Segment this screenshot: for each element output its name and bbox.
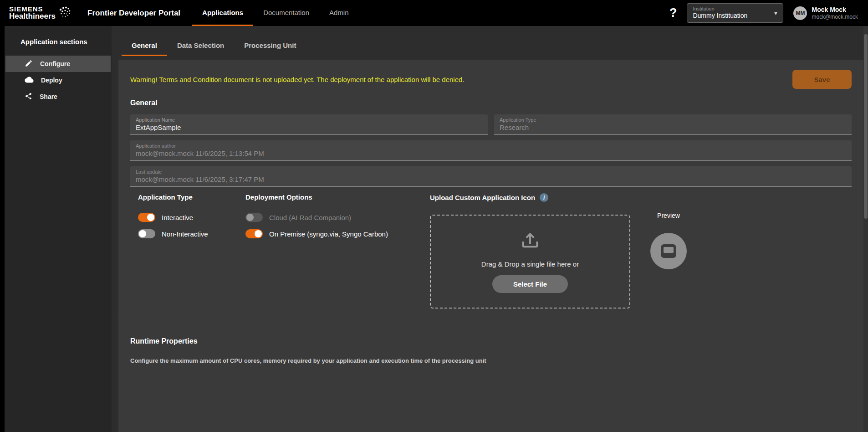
file-dropzone[interactable]: Drag & Drop a single file here or Select… [430, 215, 630, 309]
select-file-button[interactable]: Select File [492, 275, 568, 293]
default-app-icon [659, 243, 678, 259]
cloud-icon [25, 76, 34, 85]
last-update-label: Last update [136, 169, 846, 175]
preview-label: Preview [657, 212, 680, 219]
interactive-toggle-label: Interactive [162, 214, 193, 221]
application-type-field: Application Type Research [494, 114, 852, 135]
interactive-toggle[interactable] [138, 213, 155, 222]
sidebar-item-label: Share [40, 93, 57, 100]
application-name-field[interactable]: Application Name ExtAppSample [130, 114, 488, 135]
tab-bar: General Data Selection Processing Unit [118, 37, 863, 56]
deployment-options-heading: Deployment Options [245, 193, 430, 201]
sidebar-title: Application sections [20, 38, 112, 46]
tab-processing-unit[interactable]: Processing Unit [234, 37, 306, 56]
cloud-toggle [245, 213, 263, 222]
brand-siemens: SIEMENS [9, 5, 56, 13]
application-type-label: Application Type [500, 117, 846, 123]
portal-title: Frontier Developer Portal [87, 9, 180, 18]
main-nav: Applications Documentation Admin [192, 0, 358, 26]
nav-documentation[interactable]: Documentation [253, 0, 319, 26]
help-icon[interactable]: ? [669, 6, 677, 20]
nav-admin[interactable]: Admin [319, 0, 359, 26]
scrollbar-thumb[interactable] [864, 34, 868, 219]
sidebar: Application sections Configure Deploy Sh… [5, 26, 112, 432]
chevron-down-icon: ▼ [773, 10, 779, 16]
institution-label: Institution [693, 6, 769, 11]
user-block[interactable]: MM Mock Mock mock@mock.mock [793, 6, 858, 20]
top-header: SIEMENS Healthineers Frontier Developer … [0, 0, 868, 26]
healthineers-orb-icon [58, 5, 71, 21]
application-type-group-heading: Application Type [138, 193, 245, 201]
deployment-options-group: Deployment Options Cloud (AI Rad Compani… [245, 193, 430, 309]
vertical-scrollbar[interactable] [863, 26, 868, 432]
icon-preview [650, 233, 687, 269]
upload-heading: Upload Custom Application Icon [430, 194, 535, 201]
on-premise-toggle-label: On Premise (syngo.via, Syngo Carbon) [269, 230, 388, 238]
sidebar-item-share[interactable]: Share [5, 88, 111, 105]
tab-data-selection[interactable]: Data Selection [167, 37, 234, 56]
institution-dropdown[interactable]: Institution Dummy Instituation ▼ [687, 3, 783, 23]
on-premise-toggle[interactable] [245, 229, 263, 238]
last-update-field: Last update mock@mock.mock 11/6/2025, 3:… [130, 166, 852, 187]
cloud-toggle-label: Cloud (AI Rad Companion) [269, 214, 351, 221]
nav-applications[interactable]: Applications [192, 0, 253, 26]
section-divider [118, 317, 863, 317]
application-type-value: Research [500, 123, 846, 131]
runtime-properties-heading: Runtime Properties [130, 337, 852, 345]
save-button[interactable]: Save [792, 70, 852, 89]
last-update-value: mock@mock.mock 11/6/2025, 3:17:47 PM [136, 175, 846, 183]
sidebar-item-label: Deploy [41, 77, 62, 84]
application-author-field: Application author mock@mock.mock 11/6/2… [130, 140, 852, 161]
pencil-icon [25, 59, 33, 69]
general-panel: Warning! Terms and Condition document is… [118, 60, 863, 432]
siemens-healthineers-logo: SIEMENS Healthineers [0, 0, 77, 26]
avatar: MM [793, 6, 807, 20]
main-content: General Data Selection Processing Unit W… [112, 26, 868, 432]
general-heading: General [130, 99, 852, 107]
application-name-label: Application Name [136, 117, 482, 123]
tab-general[interactable]: General [122, 37, 167, 56]
application-author-label: Application author [136, 143, 846, 149]
terms-warning-text: Warning! Terms and Condition document is… [130, 76, 465, 83]
dropzone-text: Drag & Drop a single file here or [481, 260, 579, 268]
sidebar-item-deploy[interactable]: Deploy [5, 72, 111, 88]
application-author-value: mock@mock.mock 11/6/2025, 1:13:54 PM [136, 149, 846, 157]
share-icon [25, 92, 32, 102]
non-interactive-toggle-label: Non-Interactive [162, 230, 208, 238]
runtime-properties-description: Configure the maximum amount of CPU core… [130, 357, 852, 364]
institution-value: Dummy Instituation [693, 12, 769, 19]
application-name-value: ExtAppSample [136, 123, 482, 131]
application-type-group: Application Type Interactive Non-Interac… [138, 193, 245, 309]
sidebar-item-label: Configure [40, 60, 70, 67]
non-interactive-toggle[interactable] [138, 229, 155, 238]
user-name: Mock Mock [812, 6, 858, 14]
sidebar-item-configure[interactable]: Configure [5, 56, 111, 72]
upload-icon-group: Upload Custom Application Icon i Drag & … [430, 193, 852, 309]
upload-arrow-icon [520, 230, 541, 253]
left-gutter [0, 26, 5, 432]
brand-healthineers: Healthineers [9, 12, 56, 21]
user-email: mock@mock.mock [812, 14, 858, 20]
info-icon[interactable]: i [540, 193, 548, 202]
